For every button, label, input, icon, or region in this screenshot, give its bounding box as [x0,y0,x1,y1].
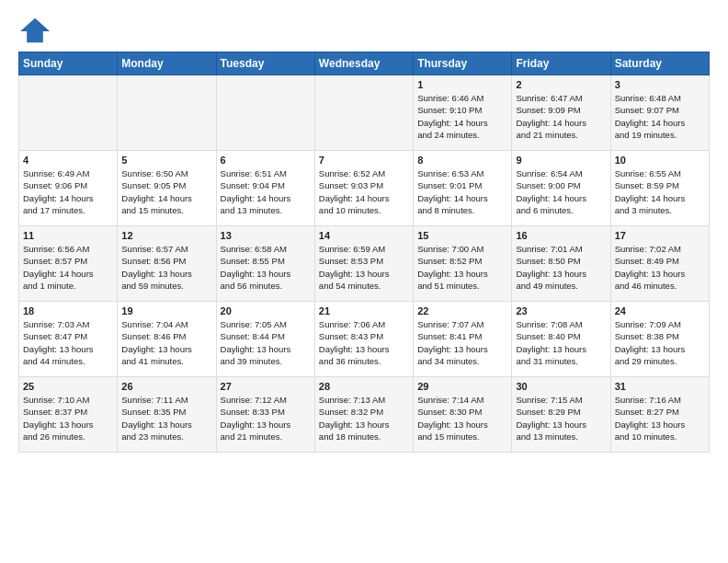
day-info: and 10 minutes. [319,204,409,216]
day-info: Daylight: 14 hours [516,117,606,129]
day-info: Sunrise: 7:05 AM [221,318,311,330]
weekday-header: Wednesday [314,52,413,75]
calendar-week-row: 4Sunrise: 6:49 AMSunset: 9:06 PMDaylight… [19,151,710,226]
day-info: Sunrise: 7:13 AM [319,394,409,406]
calendar-day-cell: 29Sunrise: 7:14 AMSunset: 8:30 PMDayligh… [414,377,512,453]
day-info: Sunrise: 6:50 AM [121,167,211,179]
page-header [18,17,710,44]
day-number: 24 [615,305,705,316]
day-info: Sunrise: 6:48 AM [615,92,705,104]
day-info: and 26 minutes. [23,431,113,442]
day-info: Daylight: 13 hours [319,268,409,280]
day-info: and 24 minutes. [417,129,507,141]
day-info: Sunset: 8:49 PM [615,255,705,267]
day-info: and 34 minutes. [417,355,507,367]
day-info: and 13 minutes. [221,204,311,216]
calendar-day-cell: 15Sunrise: 7:00 AMSunset: 8:52 PMDayligh… [414,226,512,302]
day-info: and 31 minutes. [516,355,606,367]
weekday-header-row: SundayMondayTuesdayWednesdayThursdayFrid… [19,52,710,75]
calendar-day-cell [216,75,314,151]
weekday-header: Saturday [610,52,709,75]
calendar-week-row: 1Sunrise: 6:46 AMSunset: 9:10 PMDaylight… [19,75,710,151]
day-info: and 36 minutes. [319,355,409,367]
day-info: Sunrise: 6:58 AM [221,243,311,255]
day-info: Sunset: 8:43 PM [319,330,409,342]
day-info: Sunset: 9:00 PM [516,179,606,191]
day-info: Sunrise: 6:52 AM [319,167,409,179]
day-info: Sunrise: 6:53 AM [417,167,507,179]
day-info: and 21 minutes. [516,129,606,141]
day-info: Daylight: 14 hours [516,192,606,204]
day-info: Daylight: 14 hours [319,192,409,204]
calendar-day-cell: 3Sunrise: 6:48 AMSunset: 9:07 PMDaylight… [610,75,709,151]
calendar-day-cell: 6Sunrise: 6:51 AMSunset: 9:04 PMDaylight… [216,151,314,226]
calendar-day-cell [19,75,118,151]
calendar-day-cell: 14Sunrise: 6:59 AMSunset: 8:53 PMDayligh… [314,226,413,302]
day-info: Daylight: 13 hours [23,419,113,431]
day-info: Daylight: 13 hours [516,419,606,431]
day-info: Sunrise: 6:47 AM [516,92,606,104]
day-info: Sunrise: 6:59 AM [319,243,409,255]
day-info: Daylight: 13 hours [516,343,606,355]
day-info: Daylight: 13 hours [121,343,211,355]
calendar-day-cell: 12Sunrise: 6:57 AMSunset: 8:56 PMDayligh… [118,226,216,302]
day-info: and 1 minute. [23,280,113,292]
day-info: Daylight: 13 hours [221,268,311,280]
day-info: Sunset: 8:35 PM [121,406,211,418]
calendar-day-cell: 10Sunrise: 6:55 AMSunset: 8:59 PMDayligh… [610,151,709,226]
day-info: Sunset: 8:46 PM [121,330,211,342]
day-info: Sunrise: 7:02 AM [615,243,705,255]
day-info: Sunset: 8:52 PM [417,255,507,267]
day-info: Sunset: 8:37 PM [23,406,113,418]
day-number: 31 [615,381,705,392]
day-number: 17 [615,230,705,241]
day-info: and 13 minutes. [516,431,606,442]
day-info: Sunset: 8:33 PM [221,406,311,418]
calendar-day-cell: 26Sunrise: 7:11 AMSunset: 8:35 PMDayligh… [118,377,216,453]
day-number: 15 [417,230,507,241]
day-info: and 59 minutes. [121,280,211,292]
calendar-day-cell: 17Sunrise: 7:02 AMSunset: 8:49 PMDayligh… [610,226,709,302]
day-info: Daylight: 13 hours [221,419,311,431]
page-container: SundayMondayTuesdayWednesdayThursdayFrid… [0,0,728,462]
day-info: Daylight: 13 hours [516,268,606,280]
calendar-day-cell: 20Sunrise: 7:05 AMSunset: 8:44 PMDayligh… [216,302,314,377]
day-number: 28 [319,381,409,392]
day-number: 9 [516,155,606,166]
day-info: and 15 minutes. [417,431,507,442]
day-number: 5 [121,155,211,166]
day-info: Daylight: 13 hours [615,268,705,280]
day-info: Daylight: 14 hours [221,192,311,204]
day-info: and 49 minutes. [516,280,606,292]
day-info: Sunset: 8:30 PM [417,406,507,418]
day-info: Sunrise: 7:14 AM [417,394,507,406]
day-info: Sunrise: 6:56 AM [23,243,113,255]
weekday-header: Monday [118,52,216,75]
weekday-header: Friday [512,52,610,75]
day-info: and 39 minutes. [221,355,311,367]
day-info: Sunrise: 6:51 AM [221,167,311,179]
calendar-day-cell: 27Sunrise: 7:12 AMSunset: 8:33 PMDayligh… [216,377,314,453]
day-info: Sunrise: 6:57 AM [121,243,211,255]
day-info: Sunset: 8:55 PM [221,255,311,267]
day-number: 29 [417,381,507,392]
day-info: Sunset: 8:53 PM [319,255,409,267]
day-number: 13 [221,230,311,241]
calendar-table: SundayMondayTuesdayWednesdayThursdayFrid… [18,52,710,453]
day-info: Sunset: 9:05 PM [121,179,211,191]
calendar-day-cell: 28Sunrise: 7:13 AMSunset: 8:32 PMDayligh… [314,377,413,453]
calendar-day-cell: 8Sunrise: 6:53 AMSunset: 9:01 PMDaylight… [414,151,512,226]
weekday-header: Sunday [19,52,118,75]
calendar-day-cell: 11Sunrise: 6:56 AMSunset: 8:57 PMDayligh… [19,226,118,302]
day-info: and 19 minutes. [615,129,705,141]
calendar-day-cell: 13Sunrise: 6:58 AMSunset: 8:55 PMDayligh… [216,226,314,302]
day-info: Sunrise: 7:04 AM [121,318,211,330]
day-info: and 51 minutes. [417,280,507,292]
day-info: Sunrise: 7:10 AM [23,394,113,406]
day-info: Sunset: 8:40 PM [516,330,606,342]
day-number: 2 [516,79,606,90]
day-info: Sunrise: 7:16 AM [615,394,705,406]
day-info: Sunset: 9:10 PM [417,104,507,116]
calendar-day-cell: 24Sunrise: 7:09 AMSunset: 8:38 PMDayligh… [610,302,709,377]
day-info: Sunrise: 7:03 AM [23,318,113,330]
